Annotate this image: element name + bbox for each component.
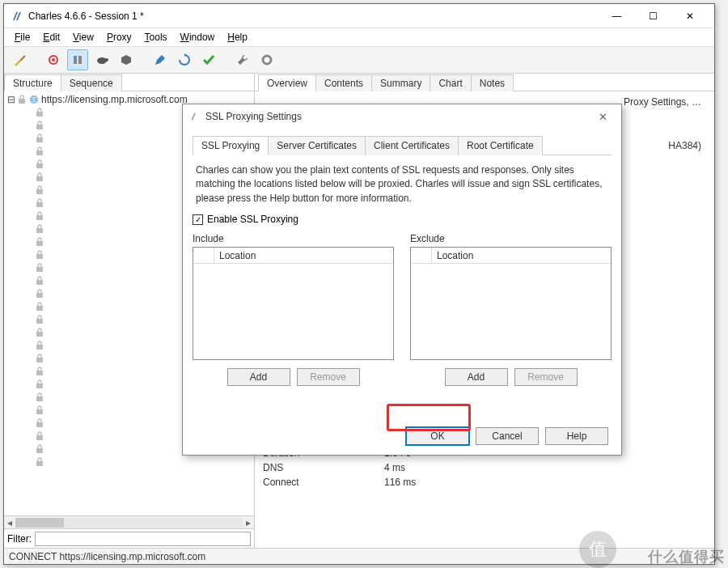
dialog-description: Charles can show you the plain text cont… <box>193 155 612 212</box>
svg-rect-40 <box>36 461 43 466</box>
right-tab-notes[interactable]: Notes <box>471 74 514 91</box>
turtle-icon[interactable] <box>91 49 112 70</box>
dialog-tabs: SSL ProxyingServer CertificatesClient Ce… <box>193 135 612 155</box>
filter-label: Filter: <box>7 533 32 545</box>
dialog-close-button[interactable]: ✕ <box>590 111 615 123</box>
dialog-app-icon <box>189 111 201 122</box>
gear-icon[interactable] <box>256 49 277 70</box>
svg-point-5 <box>97 57 107 64</box>
watermark-text: 什么值得买 <box>648 547 725 566</box>
svg-rect-35 <box>36 396 43 401</box>
checkbox-icon: ✓ <box>193 214 203 225</box>
filter-row: Filter: <box>4 528 254 548</box>
svg-point-10 <box>265 58 269 61</box>
svg-rect-24 <box>36 254 43 259</box>
right-tabs: OverviewContentsSummaryChartNotes <box>255 74 714 91</box>
svg-rect-3 <box>74 56 77 64</box>
svg-rect-11 <box>19 99 25 104</box>
svg-rect-13 <box>36 112 43 117</box>
throttle-icon[interactable] <box>67 49 88 70</box>
menu-help[interactable]: Help <box>222 30 253 45</box>
menu-tools[interactable]: Tools <box>139 30 173 45</box>
include-add-button[interactable]: Add <box>227 368 290 386</box>
record-icon[interactable] <box>43 49 64 70</box>
menu-proxy[interactable]: Proxy <box>101 30 138 45</box>
tab-sequence[interactable]: Sequence <box>61 74 122 91</box>
svg-rect-27 <box>36 293 43 298</box>
pencil-icon[interactable] <box>150 49 171 70</box>
svg-rect-38 <box>36 435 43 440</box>
cancel-button[interactable]: Cancel <box>476 427 539 445</box>
ssl-proxying-dialog: SSL Proxying Settings ✕ SSL ProxyingServ… <box>182 104 622 456</box>
svg-line-0 <box>20 56 25 61</box>
include-list[interactable]: Location <box>193 247 394 360</box>
dialog-tab-client-certificates[interactable]: Client Certificates <box>365 136 459 155</box>
enable-ssl-checkbox[interactable]: ✓ Enable SSL Proxying <box>193 214 612 225</box>
svg-rect-25 <box>36 267 43 272</box>
wrench-icon[interactable] <box>232 49 253 70</box>
svg-rect-36 <box>36 409 43 414</box>
filter-input[interactable] <box>35 532 251 546</box>
toolbar <box>4 46 714 74</box>
help-button[interactable]: Help <box>545 427 608 445</box>
watermark-badge: 值 <box>579 531 616 568</box>
tab-structure[interactable]: Structure <box>4 74 61 91</box>
menu-edit[interactable]: Edit <box>37 30 66 45</box>
svg-rect-14 <box>36 125 43 129</box>
menubar: File Edit View Proxy Tools Window Help <box>4 28 714 46</box>
overview-row: Connect116 ms <box>263 475 706 490</box>
dialog-tab-root-certificate[interactable]: Root Certificate <box>458 136 543 155</box>
exclude-list[interactable]: Location <box>410 247 612 360</box>
dialog-titlebar: SSL Proxying Settings ✕ <box>183 104 621 129</box>
right-tab-chart[interactable]: Chart <box>430 74 471 91</box>
svg-rect-18 <box>36 176 43 181</box>
include-remove-button[interactable]: Remove <box>297 368 360 386</box>
dialog-title: SSL Proxying Settings <box>205 111 590 122</box>
svg-rect-32 <box>36 358 43 362</box>
svg-rect-17 <box>36 163 43 168</box>
svg-point-6 <box>105 58 108 61</box>
svg-rect-4 <box>78 56 82 64</box>
refresh-icon[interactable] <box>174 49 195 70</box>
svg-rect-19 <box>36 189 43 194</box>
exclude-label: Exclude <box>410 233 612 244</box>
svg-rect-34 <box>36 384 43 388</box>
include-label: Include <box>193 233 394 244</box>
close-button[interactable]: ✕ <box>671 4 708 28</box>
overview-row: DNS4 ms <box>263 460 706 475</box>
svg-rect-29 <box>36 319 43 324</box>
right-tab-overview[interactable]: Overview <box>258 74 316 91</box>
svg-rect-37 <box>36 422 43 427</box>
svg-rect-16 <box>36 150 43 155</box>
svg-rect-31 <box>36 345 43 350</box>
exclude-remove-button[interactable]: Remove <box>514 368 578 386</box>
dialog-tab-server-certificates[interactable]: Server Certificates <box>268 136 366 155</box>
check-icon[interactable] <box>198 49 219 70</box>
tree-item[interactable] <box>6 456 252 468</box>
minimize-button[interactable]: — <box>599 4 635 28</box>
svg-rect-28 <box>36 306 43 311</box>
status-text: CONNECT https://licensing.mp.microsoft.c… <box>9 551 205 562</box>
svg-marker-7 <box>121 55 131 65</box>
svg-rect-22 <box>36 228 43 233</box>
svg-rect-15 <box>36 138 43 142</box>
menu-window[interactable]: Window <box>175 30 221 45</box>
svg-rect-20 <box>36 202 43 207</box>
tree-scrollbar-h[interactable]: ◂ ▸ <box>4 515 254 528</box>
hexagon-icon[interactable] <box>116 49 137 70</box>
maximize-button[interactable]: ☐ <box>635 4 671 28</box>
dialog-tab-ssl-proxying[interactable]: SSL Proxying <box>193 136 269 155</box>
right-tab-contents[interactable]: Contents <box>315 74 372 91</box>
titlebar: Charles 4.6.6 - Session 1 * — ☐ ✕ <box>4 4 714 28</box>
menu-view[interactable]: View <box>67 30 99 45</box>
broom-icon[interactable] <box>9 49 30 70</box>
svg-rect-21 <box>36 215 43 220</box>
svg-rect-30 <box>36 332 43 337</box>
ok-button[interactable]: OK <box>406 427 469 445</box>
menu-file[interactable]: File <box>9 30 36 45</box>
exclude-add-button[interactable]: Add <box>445 368 508 386</box>
svg-rect-26 <box>36 280 43 285</box>
svg-rect-23 <box>36 241 43 246</box>
svg-rect-39 <box>36 448 43 453</box>
right-tab-summary[interactable]: Summary <box>371 74 430 91</box>
